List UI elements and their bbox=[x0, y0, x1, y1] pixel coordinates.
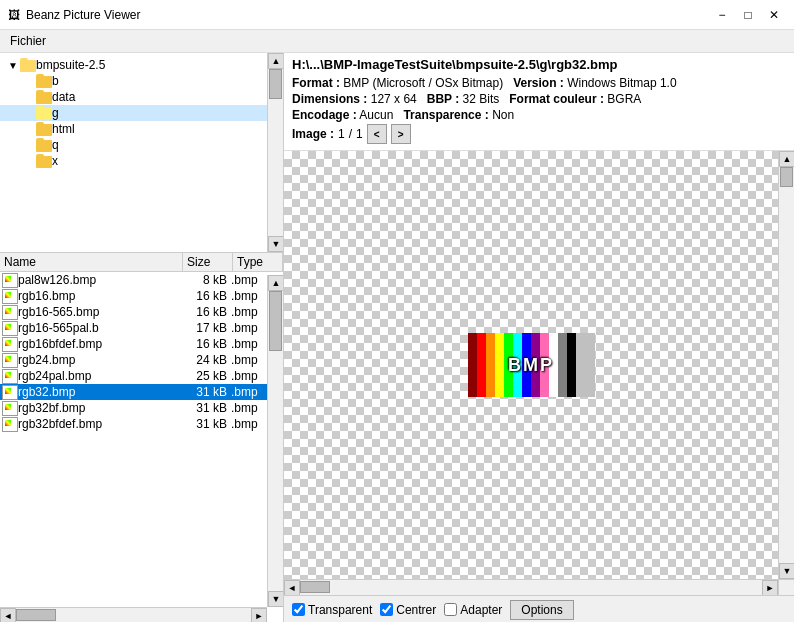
tree-scroll-down[interactable]: ▼ bbox=[268, 236, 283, 252]
tree-scroll-thumb[interactable] bbox=[269, 69, 282, 99]
file-row-1[interactable]: rgb16.bmp 16 kB .bmp bbox=[0, 288, 283, 304]
image-vscroll-down[interactable]: ▼ bbox=[779, 563, 794, 579]
tree-item-data[interactable]: data bbox=[0, 89, 283, 105]
file-vscroll-thumb[interactable] bbox=[269, 291, 282, 351]
info-row-dimensions: Dimensions : 127 x 64 BBP : 32 Bits Form… bbox=[292, 92, 786, 106]
tree-vscroll[interactable]: ▲ ▼ bbox=[267, 53, 283, 252]
info-row-image: Image : 1 / 1 < > bbox=[292, 124, 786, 144]
image-vscroll-track[interactable] bbox=[779, 167, 794, 563]
image-vscroll-up[interactable]: ▲ bbox=[779, 151, 794, 167]
main-area: ▼ bmpsuite-2.5 b data bbox=[0, 53, 794, 622]
file-path: H:\...\BMP-ImageTestSuite\bmpsuite-2.5\g… bbox=[292, 57, 786, 72]
hscroll-thumb[interactable] bbox=[16, 609, 56, 621]
tree-item-q[interactable]: q bbox=[0, 137, 283, 153]
hscroll-right[interactable]: ► bbox=[251, 608, 267, 622]
file-vscroll-track[interactable] bbox=[268, 291, 283, 591]
transparent-label: Transparent bbox=[308, 603, 372, 617]
file-row-5[interactable]: rgb24.bmp 24 kB .bmp bbox=[0, 352, 283, 368]
col-header-size[interactable]: Size bbox=[183, 253, 233, 271]
file-row-4[interactable]: rgb16bfdef.bmp 16 kB .bmp bbox=[0, 336, 283, 352]
centrer-checkbox[interactable] bbox=[380, 603, 393, 616]
version-value: Windows Bitmap 1.0 bbox=[567, 76, 676, 90]
tree-item-g[interactable]: g bbox=[0, 105, 283, 121]
col-header-type[interactable]: Type bbox=[233, 253, 283, 271]
image-hscroll-left[interactable]: ◄ bbox=[284, 580, 300, 595]
adapter-checkbox[interactable] bbox=[444, 603, 457, 616]
right-panel: H:\...\BMP-ImageTestSuite\bmpsuite-2.5\g… bbox=[284, 53, 794, 622]
tree-item-x[interactable]: x bbox=[0, 153, 283, 169]
image-label: Image : bbox=[292, 127, 334, 141]
menubar: Fichier bbox=[0, 30, 794, 53]
minimize-button[interactable]: − bbox=[710, 5, 734, 25]
tree-item-html[interactable]: html bbox=[0, 121, 283, 137]
file-name-3: rgb16-565pal.b bbox=[18, 321, 181, 335]
image-vscroll-thumb[interactable] bbox=[780, 167, 793, 187]
tree-label-g: g bbox=[52, 106, 59, 120]
format-value: BMP (Microsoft / OSx Bitmap) bbox=[343, 76, 503, 90]
image-total: 1 bbox=[356, 127, 363, 141]
file-name-0: pal8w126.bmp bbox=[18, 273, 181, 287]
file-name-7: rgb32.bmp bbox=[18, 385, 181, 399]
tree-item-b[interactable]: b bbox=[0, 73, 283, 89]
file-vscroll-down[interactable]: ▼ bbox=[268, 591, 283, 607]
app-icon: 🖼 bbox=[8, 8, 20, 22]
file-name-2: rgb16-565.bmp bbox=[18, 305, 181, 319]
encodage-value: Aucun bbox=[359, 108, 393, 122]
file-icon-1 bbox=[2, 289, 18, 303]
tree-content: ▼ bmpsuite-2.5 b data bbox=[0, 53, 283, 173]
transparent-checkbox[interactable] bbox=[292, 603, 305, 616]
format-couleur-value: BGRA bbox=[607, 92, 641, 106]
image-hscroll-right[interactable]: ► bbox=[762, 580, 778, 595]
tree-scroll-track[interactable] bbox=[268, 69, 283, 236]
tree-label-data: data bbox=[52, 90, 75, 104]
centrer-checkbox-label[interactable]: Centrer bbox=[380, 603, 436, 617]
file-size-1: 16 kB bbox=[181, 289, 231, 303]
file-icon-2 bbox=[2, 305, 18, 319]
folder-icon-html bbox=[36, 122, 52, 136]
image-vscroll[interactable]: ▲ ▼ bbox=[778, 151, 794, 579]
file-row-3[interactable]: rgb16-565pal.b 17 kB .bmp bbox=[0, 320, 283, 336]
tree-label-x: x bbox=[52, 154, 58, 168]
file-icon-8 bbox=[2, 401, 18, 415]
expand-icon-bmpsuite[interactable]: ▼ bbox=[6, 60, 20, 71]
nav-prev-button[interactable]: < bbox=[367, 124, 387, 144]
file-row-7[interactable]: rgb32.bmp 31 kB .bmp bbox=[0, 384, 283, 400]
bmp-text-overlay: BMP bbox=[508, 355, 554, 376]
file-icon-9 bbox=[2, 417, 18, 431]
titlebar: 🖼 Beanz Picture Viewer − □ ✕ bbox=[0, 0, 794, 30]
bottom-toolbar: Transparent Centrer Adapter Options bbox=[284, 595, 794, 622]
file-vscroll-up[interactable]: ▲ bbox=[268, 275, 283, 291]
adapter-checkbox-label[interactable]: Adapter bbox=[444, 603, 502, 617]
file-row-8[interactable]: rgb32bf.bmp 31 kB .bmp bbox=[0, 400, 283, 416]
file-size-0: 8 kB bbox=[181, 273, 231, 287]
file-list-area: Name Size Type pal8w126.bmp 8 kB .bmp rg… bbox=[0, 253, 283, 622]
bmp-preview-image: BMP bbox=[468, 333, 595, 397]
transparence-label: Transparence : bbox=[403, 108, 488, 122]
file-list-vscroll[interactable]: ▲ ▼ bbox=[267, 275, 283, 607]
nav-next-button[interactable]: > bbox=[391, 124, 411, 144]
format-couleur-label: Format couleur : bbox=[509, 92, 604, 106]
image-hscroll-track[interactable] bbox=[300, 580, 762, 595]
bbp-value: 32 Bits bbox=[463, 92, 500, 106]
menu-fichier[interactable]: Fichier bbox=[4, 32, 52, 50]
image-hscroll[interactable]: ◄ ► bbox=[284, 579, 778, 595]
folder-icon-data bbox=[36, 90, 52, 104]
close-button[interactable]: ✕ bbox=[762, 5, 786, 25]
tree-label-q: q bbox=[52, 138, 59, 152]
tree-item-bmpsuite[interactable]: ▼ bmpsuite-2.5 bbox=[0, 57, 283, 73]
file-size-9: 31 kB bbox=[181, 417, 231, 431]
transparent-checkbox-label[interactable]: Transparent bbox=[292, 603, 372, 617]
hscroll-track[interactable] bbox=[16, 608, 251, 622]
file-row-6[interactable]: rgb24pal.bmp 25 kB .bmp bbox=[0, 368, 283, 384]
file-list-hscroll[interactable]: ◄ ► bbox=[0, 607, 267, 622]
options-button[interactable]: Options bbox=[510, 600, 573, 620]
maximize-button[interactable]: □ bbox=[736, 5, 760, 25]
col-header-name[interactable]: Name bbox=[0, 253, 183, 271]
hscroll-left[interactable]: ◄ bbox=[0, 608, 16, 622]
file-row-9[interactable]: rgb32bfdef.bmp 31 kB .bmp bbox=[0, 416, 283, 432]
file-row-2[interactable]: rgb16-565.bmp 16 kB .bmp bbox=[0, 304, 283, 320]
tree-scroll-up[interactable]: ▲ bbox=[268, 53, 283, 69]
image-hscroll-thumb[interactable] bbox=[300, 581, 330, 593]
file-size-7: 31 kB bbox=[181, 385, 231, 399]
file-row-0[interactable]: pal8w126.bmp 8 kB .bmp bbox=[0, 272, 283, 288]
